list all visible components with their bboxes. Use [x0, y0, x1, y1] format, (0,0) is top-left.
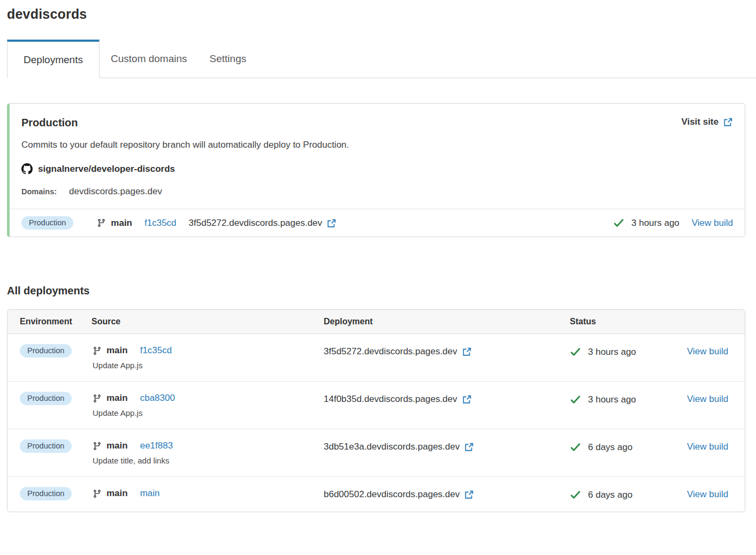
deployment-url: 3f5d5272.devdiscords.pages.dev: [324, 346, 457, 357]
git-branch-icon: [93, 489, 102, 498]
view-build-link[interactable]: View build: [687, 489, 728, 499]
deployment-url-link[interactable]: 14f0b35d.devdiscords.pages.dev: [324, 394, 472, 405]
git-branch-icon: [93, 442, 102, 451]
commit-message: Update App.js: [91, 408, 324, 417]
view-build-link[interactable]: View build: [687, 346, 728, 356]
check-icon: [570, 489, 581, 500]
table-row: Production main ee1f883 Update title, ad…: [7, 429, 745, 477]
production-card: Production Visit site Commits to your de…: [7, 103, 745, 237]
external-link-icon: [464, 442, 474, 452]
view-build-link[interactable]: View build: [692, 218, 733, 229]
column-header-status: Status: [570, 317, 687, 326]
table-header-row: Environment Source Deployment Status: [7, 310, 745, 334]
table-row: Production main cba8300 Update App.js 14…: [7, 382, 745, 429]
commit-link[interactable]: f1c35cd: [144, 218, 177, 229]
tab-custom-domains[interactable]: Custom domains: [100, 40, 198, 78]
external-link-icon: [464, 490, 474, 499]
external-link-icon: [327, 218, 337, 228]
column-header-environment: Environment: [20, 317, 91, 326]
visit-site-label: Visit site: [681, 117, 719, 127]
commit-link[interactable]: cba8300: [140, 393, 175, 404]
git-branch-icon: [93, 394, 102, 403]
status-time: 3 hours ago: [631, 218, 679, 229]
status-time: 3 hours ago: [588, 394, 636, 405]
github-icon: [21, 163, 33, 174]
environment-badge: Production: [21, 216, 73, 230]
deployment-url-link[interactable]: b6d00502.devdiscords.pages.dev: [324, 489, 474, 500]
branch-name: main: [106, 393, 128, 404]
deployment-url-link[interactable]: 3f5d5272.devdiscords.pages.dev: [189, 218, 337, 229]
status-time: 3 hours ago: [588, 347, 636, 358]
check-icon: [570, 394, 581, 405]
external-link-icon: [462, 394, 472, 404]
commit-link[interactable]: f1c35cd: [140, 345, 172, 356]
deployment-url-link[interactable]: 3f5d5272.devdiscords.pages.dev: [324, 346, 472, 357]
commit-link[interactable]: main: [140, 488, 160, 499]
all-deployments-heading: All deployments: [7, 285, 745, 297]
commit-message: Update App.js: [91, 361, 324, 370]
branch-name: main: [111, 218, 132, 229]
deployment-url: 3f5d5272.devdiscords.pages.dev: [189, 218, 323, 229]
branch-name: main: [106, 440, 128, 451]
status-time: 6 days ago: [588, 442, 632, 453]
git-branch-icon: [97, 218, 106, 227]
column-header-source: Source: [91, 317, 324, 326]
check-icon: [570, 346, 581, 358]
deployments-table: Environment Source Deployment Status Pro…: [7, 309, 745, 512]
environment-badge: Production: [20, 487, 72, 500]
environment-badge: Production: [20, 392, 72, 405]
external-link-icon: [723, 117, 733, 127]
external-link-icon: [462, 347, 472, 356]
environment-badge: Production: [20, 439, 72, 453]
deployment-url: 3db51e3a.devdiscords.pages.dev: [324, 442, 460, 452]
page-container: devdiscords Deployments Custom domains S…: [7, 0, 745, 512]
tab-settings[interactable]: Settings: [198, 40, 258, 78]
repository-name: signalnerve/developer-discords: [38, 164, 175, 174]
git-branch-icon: [93, 346, 102, 355]
view-build-link[interactable]: View build: [687, 442, 728, 452]
check-icon: [613, 217, 624, 229]
visit-site-link[interactable]: Visit site: [681, 117, 733, 127]
tab-deployments[interactable]: Deployments: [7, 40, 100, 78]
column-header-deployment: Deployment: [324, 317, 570, 326]
commit-link[interactable]: ee1f883: [140, 440, 173, 451]
table-row: Production main main b6d00502.devdiscord…: [7, 477, 745, 512]
production-card-title: Production: [21, 117, 78, 129]
commit-message: Update title, add links: [91, 456, 324, 465]
production-deployment-row: Production main f1c35cd 3f5d5272.devdisc…: [10, 209, 745, 237]
environment-badge: Production: [20, 344, 72, 358]
status-time: 6 days ago: [588, 490, 632, 500]
deployment-url: 14f0b35d.devdiscords.pages.dev: [324, 394, 457, 405]
check-icon: [570, 442, 581, 453]
production-description: Commits to your default repository branc…: [21, 140, 733, 150]
tab-strip: Deployments Custom domains Settings: [7, 40, 756, 78]
table-row: Production main f1c35cd Update App.js 3f…: [7, 334, 745, 382]
domains-label: Domains:: [21, 187, 57, 196]
deployment-url-link[interactable]: 3db51e3a.devdiscords.pages.dev: [324, 442, 474, 452]
page-title: devdiscords: [7, 0, 745, 22]
view-build-link[interactable]: View build: [687, 394, 728, 404]
branch-name: main: [106, 345, 128, 356]
domains-value: devdiscords.pages.dev: [69, 186, 162, 197]
deployment-url: b6d00502.devdiscords.pages.dev: [324, 489, 460, 500]
branch-name: main: [106, 488, 128, 499]
